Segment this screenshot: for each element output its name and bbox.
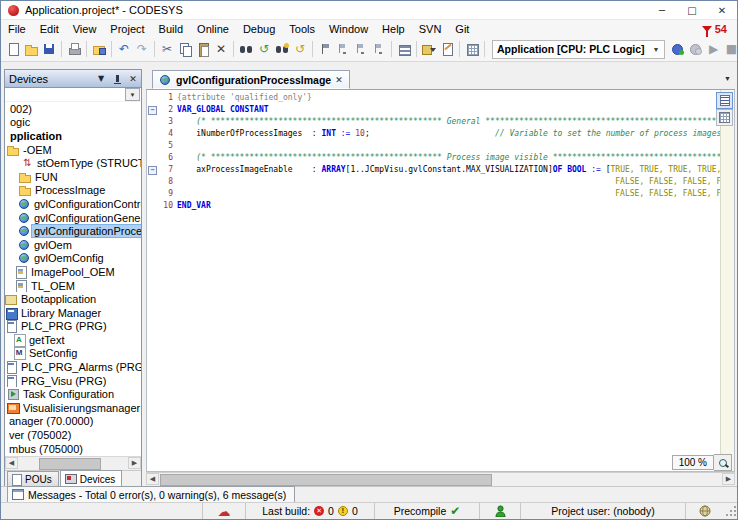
stop-icon[interactable]: ■ bbox=[723, 40, 737, 58]
scroll-left-icon[interactable]: ◀ bbox=[5, 457, 18, 469]
pin-icon[interactable] bbox=[111, 73, 123, 85]
redo-icon[interactable]: ↷ bbox=[133, 40, 151, 58]
tree-item-mbus-705000-[interactable]: mbus (705000) bbox=[5, 442, 141, 456]
code-line-3[interactable]: 3 (* ***********************************… bbox=[147, 116, 720, 128]
menu-tools[interactable]: Tools bbox=[282, 22, 322, 36]
menu-project[interactable]: Project bbox=[103, 22, 151, 36]
panel-menu-icon[interactable]: ▼ bbox=[95, 73, 107, 85]
editor-tab-gvlconfigurationprocessimage[interactable]: gvlConfigurationProcessImage ✕ bbox=[152, 70, 350, 89]
incremental-search-icon[interactable]: ↺ bbox=[255, 40, 273, 58]
close-button[interactable]: ✕ bbox=[707, 1, 737, 19]
code-line-4[interactable]: 4 iNumberOfProcessImages : INT := 10; //… bbox=[147, 128, 720, 140]
dropdown-arrow-icon[interactable]: ▼ bbox=[653, 46, 660, 53]
minimize-button[interactable]: ─ bbox=[647, 1, 677, 19]
undo-icon[interactable]: ↶ bbox=[115, 40, 133, 58]
code-line-2[interactable]: 2VAR_GLOBAL CONSTANT bbox=[147, 104, 720, 116]
maximize-button[interactable]: □ bbox=[677, 1, 707, 19]
tree-item-library-manager[interactable]: Library Manager bbox=[5, 306, 141, 320]
start-icon[interactable]: ▶ bbox=[705, 40, 723, 58]
tree-item-ogic[interactable]: ogic bbox=[5, 116, 141, 130]
bookmark-icon[interactable] bbox=[316, 40, 334, 58]
tree-item-gettext[interactable]: AgetText bbox=[5, 333, 141, 347]
delete-icon[interactable]: ✕ bbox=[212, 40, 230, 58]
menu-svn[interactable]: SVN bbox=[412, 22, 449, 36]
code-line-10[interactable]: 10END_VAR bbox=[147, 200, 720, 212]
code-line-9[interactable]: 9 FALSE, FALSE, FALSE, FALSE, FALSE, FAL… bbox=[147, 188, 720, 200]
zoom-level[interactable]: 100 % bbox=[672, 455, 714, 470]
tree-item-stoemtype-struct-[interactable]: ⇅stOemType (STRUCT) bbox=[5, 156, 141, 170]
tree-item-pplication[interactable]: pplication bbox=[5, 129, 141, 143]
tree-item-processimage[interactable]: ProcessImage bbox=[5, 184, 141, 198]
tree-item-gvlconfigurationgenerator[interactable]: gvlConfigurationGenerator bbox=[5, 211, 141, 225]
tree-item-fun[interactable]: FUN bbox=[5, 170, 141, 184]
login-icon[interactable] bbox=[669, 40, 687, 58]
cut-icon[interactable]: ✂ bbox=[158, 40, 176, 58]
copy-icon[interactable] bbox=[176, 40, 194, 58]
tab-pous[interactable]: POUs bbox=[7, 471, 59, 487]
code-editor[interactable]: 1{attribute 'qualified_only'}2VAR_GLOBAL… bbox=[146, 90, 735, 472]
tree-item-task-configuration[interactable]: Task Configuration bbox=[5, 387, 141, 401]
menu-file[interactable]: File bbox=[1, 22, 33, 36]
tree-item-bootapplication[interactable]: Bootapplication bbox=[5, 292, 141, 306]
menu-window[interactable]: Window bbox=[322, 22, 375, 36]
tab-close-icon[interactable]: ✕ bbox=[335, 75, 343, 85]
devices-panel-header[interactable]: Devices ▼ ✕ bbox=[5, 70, 141, 88]
tree-item-visualisierungsmanager[interactable]: Visualisierungsmanager bbox=[5, 401, 141, 415]
build-icon[interactable] bbox=[395, 40, 413, 58]
paste-icon[interactable] bbox=[194, 40, 212, 58]
tree-item-gvlconfigurationcontroller[interactable]: gvlConfigurationController bbox=[5, 197, 141, 211]
tree-item-setconfig[interactable]: MSetConfig bbox=[5, 347, 141, 361]
previous-bookmark-icon[interactable] bbox=[334, 40, 352, 58]
tree-item-prg-visu-prg-[interactable]: PRG_Visu (PRG) bbox=[5, 374, 141, 388]
tree-item-gvloemconfig[interactable]: gvlOemConfig bbox=[5, 252, 141, 266]
menu-online[interactable]: Online bbox=[190, 22, 236, 36]
code-line-5[interactable]: 5 bbox=[147, 140, 720, 152]
zoom-magnifier-icon[interactable] bbox=[714, 454, 732, 471]
tree-scroll-thumb[interactable] bbox=[39, 458, 101, 470]
print-icon[interactable] bbox=[65, 40, 83, 58]
tree-item-ver-705002-[interactable]: ver (705002) bbox=[5, 428, 141, 442]
active-application-dropdown[interactable]: Application [CPU: PLC Logic]▼ bbox=[492, 40, 665, 59]
editor-scroll-thumb[interactable] bbox=[160, 474, 492, 486]
find-icon[interactable] bbox=[237, 40, 255, 58]
tree-item-002-[interactable]: 002) bbox=[5, 102, 141, 116]
menu-debug[interactable]: Debug bbox=[236, 22, 282, 36]
fold-collapse-icon[interactable] bbox=[147, 104, 158, 116]
tree-item-tl-oem[interactable]: TL_OEM bbox=[5, 279, 141, 293]
new-project-icon[interactable] bbox=[4, 40, 22, 58]
panel-close-icon[interactable]: ✕ bbox=[127, 73, 139, 85]
edit-object-icon[interactable] bbox=[438, 40, 456, 58]
find-replace-icon[interactable] bbox=[273, 40, 291, 58]
menu-help[interactable]: Help bbox=[375, 22, 412, 36]
next-bookmark-icon[interactable] bbox=[352, 40, 370, 58]
tabular-view-button[interactable] bbox=[716, 109, 733, 126]
save-icon[interactable] bbox=[40, 40, 58, 58]
tree-item-plc-prg-prg-[interactable]: PLC_PRG (PRG) bbox=[5, 320, 141, 334]
code-line-6[interactable]: 6 (* ***********************************… bbox=[147, 152, 720, 164]
project-archive-icon[interactable] bbox=[90, 40, 108, 58]
code-line-1[interactable]: 1{attribute 'qualified_only'} bbox=[147, 92, 720, 104]
resize-grip[interactable] bbox=[724, 503, 737, 519]
logout-icon[interactable] bbox=[687, 40, 705, 58]
tree-item-plc-prg-alarms-prg-[interactable]: PLC_PRG_Alarms (PRG) bbox=[5, 360, 141, 374]
open-project-icon[interactable] bbox=[22, 40, 40, 58]
editor-horizontal-scrollbar[interactable]: ◀ ▶ bbox=[146, 472, 735, 486]
tree-item-gvloem[interactable]: gvlOem bbox=[5, 238, 141, 252]
add-object-icon[interactable] bbox=[420, 40, 438, 58]
code-line-8[interactable]: 8 FALSE, FALSE, FALSE, FALSE, FALSE, FAL… bbox=[147, 176, 720, 188]
tree-item-gvlconfigurationprocessimage[interactable]: gvlConfigurationProcessImage bbox=[5, 224, 141, 238]
tree-horizontal-scrollbar[interactable]: ◀ ▶ bbox=[5, 456, 141, 470]
tab-devices[interactable]: Devices bbox=[60, 470, 123, 487]
search-all-icon[interactable]: ↺ bbox=[291, 40, 309, 58]
editor-scroll-left-icon[interactable]: ◀ bbox=[146, 473, 159, 485]
tab-list-dropdown-icon[interactable]: ▼ bbox=[724, 75, 731, 82]
declarations-icon[interactable] bbox=[463, 40, 481, 58]
editor-scroll-right-icon[interactable]: ▶ bbox=[722, 473, 735, 485]
menu-git[interactable]: Git bbox=[448, 22, 476, 36]
clear-bookmarks-icon[interactable] bbox=[370, 40, 388, 58]
fold-collapse-icon[interactable] bbox=[147, 164, 158, 176]
code-line-7[interactable]: 7 axProcessImageEnable : ARRAY[1..JCmpVi… bbox=[147, 164, 720, 176]
textual-view-button[interactable] bbox=[716, 92, 733, 109]
scroll-right-icon[interactable]: ▶ bbox=[128, 457, 141, 469]
tree-item-imagepool-oem[interactable]: ImagePool_OEM bbox=[5, 265, 141, 279]
